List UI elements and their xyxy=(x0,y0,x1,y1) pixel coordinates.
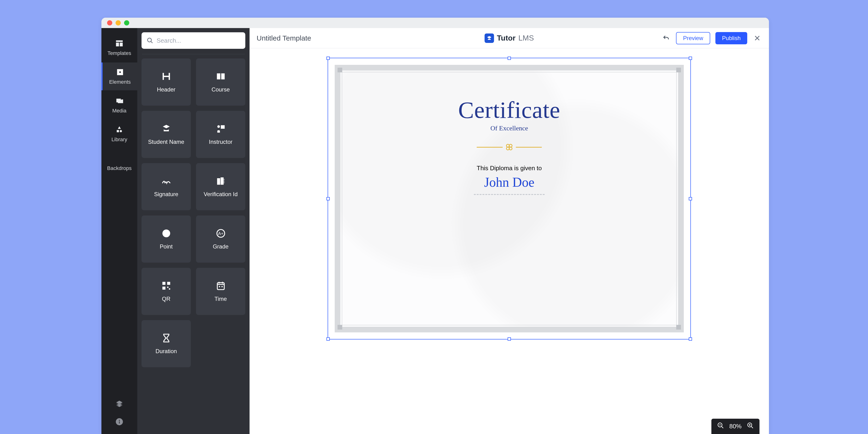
knot-icon xyxy=(505,143,514,152)
time-icon xyxy=(216,280,226,291)
instructor-icon xyxy=(216,124,226,134)
elements-icon xyxy=(116,68,125,77)
element-signature[interactable]: Signature xyxy=(142,163,191,210)
svg-point-16 xyxy=(509,147,512,150)
app-window: Templates Elements Media Library Backdro… xyxy=(101,18,769,434)
collapse-panel-button[interactable] xyxy=(247,199,250,216)
close-button[interactable]: ✕ xyxy=(752,33,762,43)
artboard[interactable]: Certificate Of Excellence This Diploma i… xyxy=(328,58,691,339)
verification-icon xyxy=(216,176,226,186)
document-title[interactable]: Untitled Template xyxy=(257,34,311,42)
element-label: Student Name xyxy=(148,139,184,145)
rail-label: Media xyxy=(112,108,126,114)
resize-handle-mr[interactable] xyxy=(689,197,692,200)
search-input-wrap[interactable] xyxy=(142,32,245,49)
search-input[interactable] xyxy=(157,37,240,44)
corner-ornament xyxy=(338,68,342,72)
layers-icon xyxy=(115,400,124,408)
zoom-in-icon xyxy=(747,422,754,429)
element-label: Point xyxy=(160,243,173,250)
element-time[interactable]: Time xyxy=(196,268,245,315)
diploma-line[interactable]: This Diploma is given to xyxy=(477,165,542,172)
element-qr[interactable]: QR xyxy=(142,268,191,315)
element-student-name[interactable]: Student Name xyxy=(142,111,191,158)
element-label: Duration xyxy=(155,348,177,355)
resize-handle-ml[interactable] xyxy=(327,197,330,200)
svg-point-11 xyxy=(219,286,220,287)
svg-text:A+: A+ xyxy=(218,231,223,236)
signature-line xyxy=(474,194,545,195)
svg-point-12 xyxy=(221,286,223,287)
zoom-in-button[interactable] xyxy=(747,422,754,431)
undo-button[interactable] xyxy=(661,33,671,43)
element-header[interactable]: Header xyxy=(142,59,191,106)
rail-label: Templates xyxy=(107,50,131,56)
preview-button[interactable]: Preview xyxy=(676,32,710,44)
resize-handle-tr[interactable] xyxy=(689,57,692,60)
rail-label: Backdrops xyxy=(107,165,132,171)
qr-icon xyxy=(161,280,172,291)
corner-ornament xyxy=(676,68,681,72)
element-label: Verification Id xyxy=(204,191,238,198)
point-icon xyxy=(161,228,172,239)
element-grade[interactable]: A+Grade xyxy=(196,215,245,263)
rail-label: Library xyxy=(111,136,127,143)
element-verification-id[interactable]: Verification Id xyxy=(196,163,245,210)
resize-handle-br[interactable] xyxy=(689,337,692,341)
undo-icon xyxy=(662,35,670,42)
minimize-icon[interactable] xyxy=(116,20,121,26)
svg-point-4 xyxy=(119,420,120,421)
brand-name: Tutor xyxy=(497,34,516,42)
search-icon xyxy=(147,37,153,44)
recipient-name[interactable]: John Doe xyxy=(484,175,534,190)
publish-button[interactable]: Publish xyxy=(715,32,747,44)
resize-handle-tm[interactable] xyxy=(507,57,511,60)
svg-point-13 xyxy=(506,144,509,147)
svg-point-15 xyxy=(506,147,509,150)
zoom-value[interactable]: 80% xyxy=(729,423,742,430)
header-icon xyxy=(161,71,172,81)
rail-templates[interactable]: Templates xyxy=(101,34,137,62)
rail-backdrops[interactable]: Backdrops xyxy=(101,149,137,176)
element-label: QR xyxy=(162,296,170,302)
svg-point-7 xyxy=(217,125,220,128)
canvas[interactable]: Certificate Of Excellence This Diploma i… xyxy=(250,48,769,434)
element-duration[interactable]: Duration xyxy=(142,320,191,367)
svg-rect-5 xyxy=(119,422,120,424)
duration-icon xyxy=(161,333,172,343)
certificate-title[interactable]: Certificate xyxy=(458,96,560,124)
grade-icon: A+ xyxy=(216,228,226,239)
element-instructor[interactable]: Instructor xyxy=(196,111,245,158)
brand-suffix: LMS xyxy=(519,34,534,42)
ornament-divider xyxy=(477,143,542,152)
divider xyxy=(142,54,245,54)
certificate-subtitle[interactable]: Of Excellence xyxy=(490,125,528,132)
preview-label: Preview xyxy=(683,35,703,41)
topbar: Untitled Template Tutor LMS Preview xyxy=(250,28,769,48)
element-point[interactable]: Point xyxy=(142,215,191,263)
certificate: Certificate Of Excellence This Diploma i… xyxy=(335,65,684,332)
zoom-out-icon xyxy=(717,422,724,429)
maximize-icon[interactable] xyxy=(124,20,129,26)
svg-point-14 xyxy=(509,144,512,147)
rail-elements[interactable]: Elements xyxy=(101,63,137,90)
publish-label: Publish xyxy=(722,35,741,41)
svg-point-6 xyxy=(148,38,151,42)
backdrops-icon xyxy=(115,154,124,163)
rail-media[interactable]: Media xyxy=(101,91,137,119)
resize-handle-tl[interactable] xyxy=(327,57,330,60)
corner-ornament xyxy=(338,325,342,330)
layers-button[interactable] xyxy=(115,400,124,409)
element-course[interactable]: Course xyxy=(196,59,245,106)
close-icon[interactable] xyxy=(107,20,112,26)
element-label: Course xyxy=(212,86,230,93)
rail-library[interactable]: Library xyxy=(101,120,137,148)
course-icon xyxy=(216,71,226,81)
nav-rail: Templates Elements Media Library Backdro… xyxy=(101,28,137,434)
resize-handle-bm[interactable] xyxy=(507,337,511,341)
zoom-out-button[interactable] xyxy=(717,422,724,431)
resize-handle-bl[interactable] xyxy=(327,337,330,341)
elements-panel: HeaderCourseStudent NameInstructorSignat… xyxy=(137,28,250,434)
info-button[interactable] xyxy=(115,418,124,427)
main-area: Untitled Template Tutor LMS Preview xyxy=(250,28,769,434)
